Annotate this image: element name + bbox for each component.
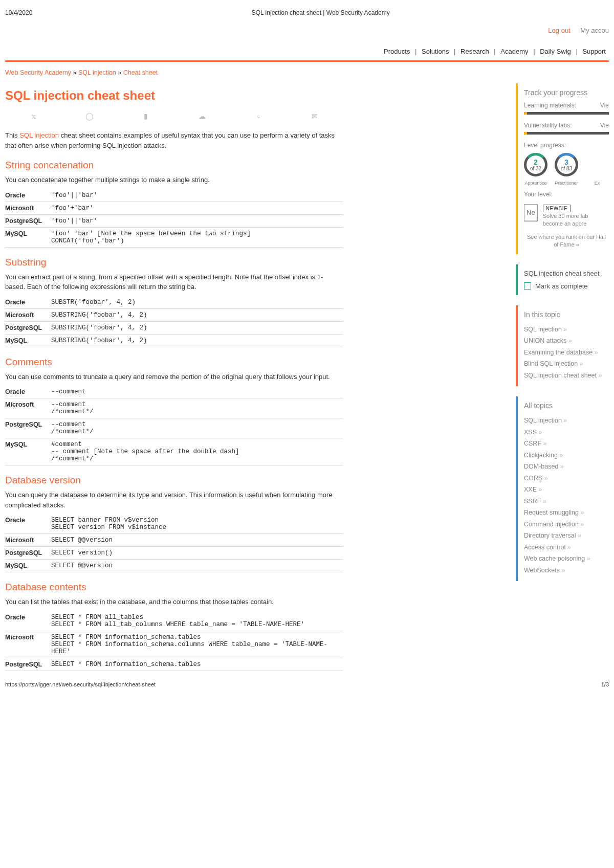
topic-link[interactable]: Examining the database — [524, 347, 609, 359]
p-concat: You can concatenate together multiple st… — [5, 175, 343, 185]
breadcrumb: Web Security Academy » SQL injection » C… — [5, 69, 609, 76]
progress-widget: Track your progress Learning materials:V… — [516, 83, 609, 254]
topic-link[interactable]: Directory traversal — [524, 530, 609, 542]
table-version: OracleSELECT banner FROM v$version SELEC… — [5, 514, 343, 572]
logout-link[interactable]: Log out — [548, 27, 570, 34]
breadcrumb-sqli[interactable]: SQL injection — [78, 69, 116, 76]
labs-bar — [524, 132, 609, 135]
topic-link[interactable]: XSS — [524, 427, 609, 438]
breadcrumb-academy[interactable]: Web Security Academy — [5, 69, 71, 76]
p-version: You can query the database to determine … — [5, 490, 343, 510]
topic-link[interactable]: XXE — [524, 484, 609, 496]
topic-link[interactable]: WebSockets — [524, 565, 609, 576]
topic-link[interactable]: SQL injection — [524, 415, 609, 427]
topic-link[interactable]: Command injection — [524, 519, 609, 530]
topic-link[interactable]: SQL injection — [524, 324, 609, 336]
nav-research[interactable]: Research — [461, 48, 489, 55]
nav-daily-swig[interactable]: Daily Swig — [540, 48, 571, 55]
account-bar: Log out My accou — [5, 20, 609, 43]
newbie-badge: NEWBIE — [543, 205, 571, 212]
level-icon: Ne — [524, 204, 538, 221]
sqli-link[interactable]: SQL injection — [19, 131, 59, 139]
print-footer: https://portswigger.net/web-security/sql… — [5, 673, 609, 698]
p-comments: You can use comments to truncate a query… — [5, 372, 343, 382]
facebook-icon[interactable]: ▮ — [142, 112, 150, 120]
nav-support[interactable]: Support — [582, 48, 606, 55]
header-rule — [5, 60, 609, 62]
intro-text: This SQL injection cheat sheet contains … — [5, 130, 343, 150]
all-topics-widget: All topics SQL injection XSS CSRF Clickj… — [516, 396, 609, 581]
topic-link[interactable]: Request smuggling — [524, 507, 609, 519]
ring-apprentice: 2of 32 — [524, 153, 547, 176]
linkedin-icon[interactable]: ▫ — [254, 112, 262, 120]
breadcrumb-cheatsheet[interactable]: Cheat sheet — [123, 69, 158, 76]
h-substr: Substring — [5, 257, 343, 268]
email-icon[interactable]: ✉ — [311, 112, 319, 120]
topic-link[interactable]: Blind SQL injection — [524, 358, 609, 370]
p-contents: You can list the tables that exist in th… — [5, 597, 343, 607]
topic-link[interactable]: Access control — [524, 542, 609, 553]
topic-link[interactable]: Web cache poisoning — [524, 553, 609, 565]
topic-link[interactable]: SSRF — [524, 496, 609, 507]
table-contents: OracleSELECT * FROM all_tables SELECT * … — [5, 611, 343, 671]
twitter-icon[interactable]: 𝕩 — [29, 112, 37, 120]
h-concat: String concatenation — [5, 160, 343, 171]
topic-link[interactable]: CORS — [524, 473, 609, 484]
nav-academy[interactable]: Academy — [500, 48, 528, 55]
topic-link[interactable]: UNION attacks — [524, 335, 609, 347]
main-content: SQL injection cheat sheet 𝕩 ◯ ▮ ☁ ▫ ✉ Th… — [5, 83, 343, 673]
table-substr: OracleSUBSTR('foobar', 4, 2) MicrosoftSU… — [5, 296, 343, 347]
my-account-link[interactable]: My accou — [580, 27, 609, 34]
h-version: Database version — [5, 475, 343, 486]
topic-link[interactable]: CSRF — [524, 438, 609, 450]
in-this-topic-widget: In this topic SQL injection UNION attack… — [516, 305, 609, 387]
main-nav: Products | Solutions | Research | Academ… — [5, 43, 609, 60]
reddit-icon[interactable]: ☁ — [198, 112, 206, 120]
page-title: SQL injection cheat sheet — [5, 88, 343, 103]
mark-complete-checkbox[interactable]: Mark as complete — [524, 282, 609, 290]
h-contents: Database contents — [5, 582, 343, 593]
whatsapp-icon[interactable]: ◯ — [85, 112, 94, 120]
mark-complete-widget: SQL injection cheat sheet Mark as comple… — [516, 264, 609, 295]
h-comments: Comments — [5, 357, 343, 368]
hall-of-fame-link[interactable]: See where you rank on our Hall of Fame » — [524, 233, 609, 249]
nav-products[interactable]: Products — [384, 48, 410, 55]
learning-bar — [524, 112, 609, 115]
table-comments: Oracle--comment Microsoft--comment /*com… — [5, 386, 343, 465]
topic-link[interactable]: DOM-based — [524, 461, 609, 473]
sidebar: Track your progress Learning materials:V… — [516, 83, 609, 591]
print-header: 10/4/2020 SQL injection cheat sheet | We… — [5, 0, 609, 20]
table-concat: Oracle'foo'||'bar' Microsoft'foo'+'bar' … — [5, 189, 343, 248]
share-row: 𝕩 ◯ ▮ ☁ ▫ ✉ — [5, 109, 343, 126]
topic-link[interactable]: Clickjacking — [524, 450, 609, 461]
p-substr: You can extract part of a string, from a… — [5, 272, 343, 292]
ring-practitioner: 3of 83 — [555, 153, 578, 176]
topic-link[interactable]: SQL injection cheat sheet — [524, 370, 609, 382]
progress-title: Track your progress — [524, 88, 609, 97]
nav-solutions[interactable]: Solutions — [422, 48, 449, 55]
